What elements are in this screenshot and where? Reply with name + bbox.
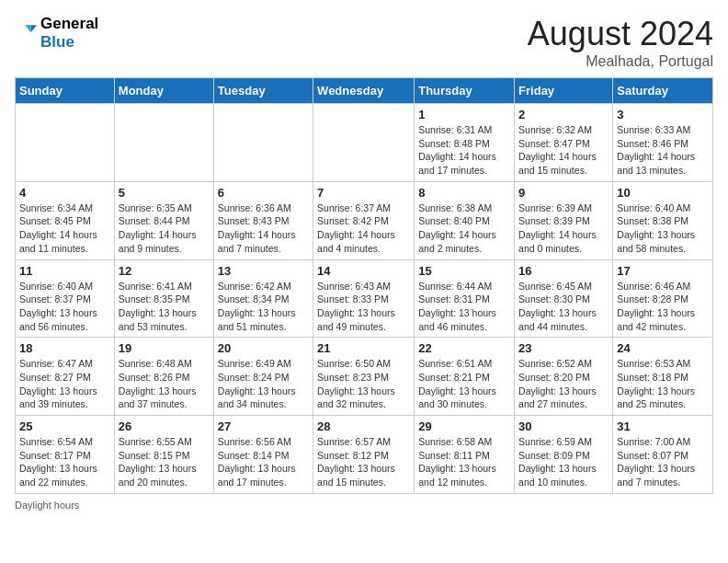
day-info: Sunrise: 6:51 AM Sunset: 8:21 PM Dayligh… [418, 357, 510, 411]
logo-icon [15, 22, 37, 44]
day-number: 7 [317, 186, 410, 200]
day-number: 29 [418, 419, 510, 433]
day-info: Sunrise: 6:42 AM Sunset: 8:34 PM Dayligh… [218, 280, 309, 334]
calendar-cell: 26Sunrise: 6:55 AM Sunset: 8:15 PM Dayli… [114, 416, 213, 494]
calendar-table: SundayMondayTuesdayWednesdayThursdayFrid… [15, 77, 713, 494]
day-number: 13 [218, 264, 309, 278]
day-number: 2 [518, 108, 609, 121]
day-info: Sunrise: 7:00 AM Sunset: 8:07 PM Dayligh… [617, 435, 709, 489]
day-info: Sunrise: 6:40 AM Sunset: 8:37 PM Dayligh… [19, 280, 110, 334]
day-info: Sunrise: 6:48 AM Sunset: 8:26 PM Dayligh… [119, 357, 210, 411]
day-number: 22 [418, 341, 510, 355]
calendar-cell: 21Sunrise: 6:50 AM Sunset: 8:23 PM Dayli… [313, 338, 415, 416]
weekday-header: Monday [114, 78, 213, 104]
calendar-cell: 13Sunrise: 6:42 AM Sunset: 8:34 PM Dayli… [213, 259, 313, 338]
day-info: Sunrise: 6:49 AM Sunset: 8:24 PM Dayligh… [218, 357, 309, 411]
calendar-cell: 10Sunrise: 6:40 AM Sunset: 8:38 PM Dayli… [613, 181, 713, 259]
day-info: Sunrise: 6:33 AM Sunset: 8:46 PM Dayligh… [617, 123, 709, 178]
day-number: 19 [119, 341, 210, 355]
day-number: 16 [518, 264, 609, 278]
day-info: Sunrise: 6:52 AM Sunset: 8:20 PM Dayligh… [518, 357, 609, 411]
weekday-header: Tuesday [213, 78, 313, 104]
day-info: Sunrise: 6:32 AM Sunset: 8:47 PM Dayligh… [518, 123, 609, 178]
calendar-cell: 12Sunrise: 6:41 AM Sunset: 8:35 PM Dayli… [114, 259, 213, 338]
day-number: 8 [418, 186, 510, 200]
day-info: Sunrise: 6:37 AM Sunset: 8:42 PM Dayligh… [317, 201, 410, 256]
calendar-cell: 17Sunrise: 6:46 AM Sunset: 8:28 PM Dayli… [613, 259, 713, 338]
day-info: Sunrise: 6:47 AM Sunset: 8:27 PM Dayligh… [19, 357, 110, 411]
day-number: 10 [617, 186, 709, 200]
calendar-cell: 2Sunrise: 6:32 AM Sunset: 8:47 PM Daylig… [515, 104, 613, 182]
location: Mealhada, Portugal [528, 53, 713, 70]
day-number: 24 [617, 341, 709, 355]
day-number: 20 [218, 341, 309, 355]
day-info: Sunrise: 6:40 AM Sunset: 8:38 PM Dayligh… [617, 201, 709, 256]
weekday-header: Saturday [613, 78, 713, 104]
day-number: 18 [19, 341, 110, 355]
day-number: 17 [617, 264, 709, 278]
day-info: Sunrise: 6:50 AM Sunset: 8:23 PM Dayligh… [317, 357, 410, 411]
day-number: 4 [19, 186, 110, 200]
svg-marker-1 [25, 25, 30, 32]
weekday-header: Friday [515, 78, 613, 104]
calendar-cell: 16Sunrise: 6:45 AM Sunset: 8:30 PM Dayli… [515, 259, 613, 338]
calendar-cell: 11Sunrise: 6:40 AM Sunset: 8:37 PM Dayli… [16, 259, 115, 338]
day-info: Sunrise: 6:43 AM Sunset: 8:33 PM Dayligh… [317, 280, 410, 334]
weekday-header: Sunday [16, 78, 115, 104]
calendar-cell [114, 104, 213, 182]
logo: General Blue [15, 15, 98, 52]
calendar-cell: 29Sunrise: 6:58 AM Sunset: 8:11 PM Dayli… [415, 416, 515, 494]
day-number: 9 [518, 186, 609, 200]
svg-marker-0 [31, 25, 37, 32]
calendar-cell: 25Sunrise: 6:54 AM Sunset: 8:17 PM Dayli… [16, 416, 115, 494]
day-info: Sunrise: 6:45 AM Sunset: 8:30 PM Dayligh… [518, 280, 609, 334]
day-number: 6 [218, 186, 309, 200]
day-number: 28 [317, 419, 410, 433]
month-title: August 2024 [528, 15, 713, 53]
page-header: General Blue August 2024 Mealhada, Portu… [15, 15, 713, 70]
day-number: 30 [518, 419, 609, 433]
day-info: Sunrise: 6:58 AM Sunset: 8:11 PM Dayligh… [418, 435, 510, 489]
calendar-cell: 3Sunrise: 6:33 AM Sunset: 8:46 PM Daylig… [613, 104, 713, 182]
calendar-cell: 19Sunrise: 6:48 AM Sunset: 8:26 PM Dayli… [114, 338, 213, 416]
day-number: 27 [218, 419, 309, 433]
day-info: Sunrise: 6:35 AM Sunset: 8:44 PM Dayligh… [119, 201, 210, 256]
logo-text: General Blue [40, 15, 98, 52]
weekday-header: Thursday [415, 78, 515, 104]
day-number: 31 [617, 419, 709, 433]
day-number: 11 [19, 264, 110, 278]
day-number: 23 [518, 341, 609, 355]
day-info: Sunrise: 6:39 AM Sunset: 8:39 PM Dayligh… [518, 201, 609, 256]
day-info: Sunrise: 6:56 AM Sunset: 8:14 PM Dayligh… [218, 435, 309, 489]
calendar-cell [313, 104, 415, 182]
calendar-cell: 18Sunrise: 6:47 AM Sunset: 8:27 PM Dayli… [16, 338, 115, 416]
calendar-cell: 9Sunrise: 6:39 AM Sunset: 8:39 PM Daylig… [515, 181, 613, 259]
day-number: 26 [119, 419, 210, 433]
calendar-header: SundayMondayTuesdayWednesdayThursdayFrid… [16, 78, 713, 104]
day-number: 5 [119, 186, 210, 200]
calendar-cell: 14Sunrise: 6:43 AM Sunset: 8:33 PM Dayli… [313, 259, 415, 338]
weekday-header: Wednesday [313, 78, 415, 104]
day-info: Sunrise: 6:44 AM Sunset: 8:31 PM Dayligh… [418, 280, 510, 334]
day-info: Sunrise: 6:57 AM Sunset: 8:12 PM Dayligh… [317, 435, 410, 489]
calendar-cell: 1Sunrise: 6:31 AM Sunset: 8:48 PM Daylig… [415, 104, 515, 182]
day-info: Sunrise: 6:34 AM Sunset: 8:45 PM Dayligh… [19, 201, 110, 256]
day-info: Sunrise: 6:55 AM Sunset: 8:15 PM Dayligh… [119, 435, 210, 489]
calendar-cell: 28Sunrise: 6:57 AM Sunset: 8:12 PM Dayli… [313, 416, 415, 494]
calendar-cell: 24Sunrise: 6:53 AM Sunset: 8:18 PM Dayli… [613, 338, 713, 416]
day-number: 25 [19, 419, 110, 433]
day-info: Sunrise: 6:53 AM Sunset: 8:18 PM Dayligh… [617, 357, 709, 411]
footer-note: Daylight hours [15, 500, 713, 511]
day-number: 12 [119, 264, 210, 278]
calendar-cell: 4Sunrise: 6:34 AM Sunset: 8:45 PM Daylig… [16, 181, 115, 259]
calendar-cell: 5Sunrise: 6:35 AM Sunset: 8:44 PM Daylig… [114, 181, 213, 259]
day-number: 3 [617, 108, 709, 121]
day-number: 1 [418, 108, 510, 121]
day-number: 15 [418, 264, 510, 278]
day-info: Sunrise: 6:59 AM Sunset: 8:09 PM Dayligh… [518, 435, 609, 489]
title-block: August 2024 Mealhada, Portugal [528, 15, 713, 70]
calendar-cell [213, 104, 313, 182]
day-info: Sunrise: 6:31 AM Sunset: 8:48 PM Dayligh… [418, 123, 510, 178]
calendar-cell: 15Sunrise: 6:44 AM Sunset: 8:31 PM Dayli… [415, 259, 515, 338]
calendar-cell: 8Sunrise: 6:38 AM Sunset: 8:40 PM Daylig… [415, 181, 515, 259]
